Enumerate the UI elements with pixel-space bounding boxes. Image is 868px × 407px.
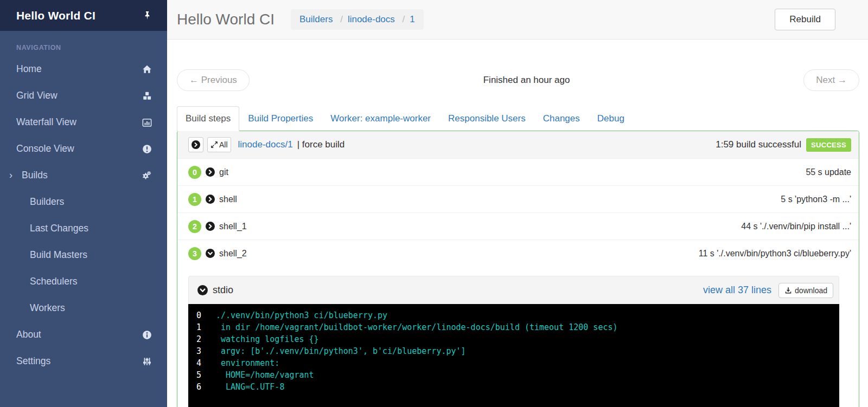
step-number-badge: 0 <box>188 166 201 179</box>
breadcrumb-link[interactable]: Builders <box>299 14 333 24</box>
step-name: shell_2 <box>219 249 247 259</box>
sliders-icon <box>142 357 152 366</box>
previous-build-button[interactable]: ← Previous <box>177 69 250 91</box>
log-line: 4 environment: <box>188 357 839 369</box>
build-summary-row: All linode-docs/1 | force build 1:59 bui… <box>177 131 859 158</box>
sidebar-item[interactable]: › Builds <box>0 162 167 189</box>
info-circle-icon <box>142 330 152 340</box>
breadcrumb-link[interactable]: linode-docs <box>348 14 395 24</box>
expand-all-label: All <box>219 140 228 149</box>
sidebar-item[interactable]: About <box>0 321 167 348</box>
view-all-lines-link[interactable]: view all 37 lines <box>703 285 771 296</box>
download-icon <box>784 287 792 294</box>
sidebar-item[interactable]: Schedulers <box>0 268 167 295</box>
tab[interactable]: Worker: example-worker <box>322 106 439 131</box>
breadcrumb-separator: / <box>403 14 405 24</box>
tab[interactable]: Build steps <box>177 106 239 131</box>
tab[interactable]: Debug <box>589 106 633 131</box>
sidebar-item[interactable]: Home <box>0 56 167 82</box>
log-line-text: watching logfiles {} <box>216 333 319 345</box>
sidebar-item-label: Waterfall View <box>16 117 76 128</box>
sidebar-item[interactable]: Build Masters <box>0 242 167 268</box>
step-name: shell_1 <box>219 222 247 231</box>
pin-icon[interactable] <box>143 11 152 20</box>
expand-all-button[interactable]: All <box>207 137 231 152</box>
log-line: 2 watching logfiles {} <box>188 333 839 345</box>
caret-right-circle-icon <box>206 195 215 204</box>
tab[interactable]: Responsible Users <box>439 106 534 131</box>
log-line-number: 0 <box>196 309 209 321</box>
sidebar-item[interactable]: Grid View <box>0 82 167 109</box>
sidebar-item[interactable]: Builders <box>0 189 167 215</box>
sidebar-item-label: Last Changes <box>30 223 88 234</box>
log-title: stdio <box>213 285 233 296</box>
step-duration-command: 44 s './.venv/bin/pip install ...' <box>741 222 851 231</box>
sidebar-item[interactable]: Last Changes <box>0 215 167 242</box>
stdio-header: stdio view all 37 lines download <box>188 276 839 304</box>
build-content: ← Previous Finished an hour ago Next → B… <box>167 40 868 407</box>
next-build-button[interactable]: Next → <box>803 69 859 91</box>
caret-right-circle-icon <box>206 167 215 177</box>
sidebar-item[interactable]: Console View <box>0 135 167 162</box>
build-link[interactable]: linode-docs/1 <box>238 139 293 150</box>
breadcrumb-item: linode-docs / <box>348 14 410 25</box>
sidebar-item-label: Console View <box>16 143 74 154</box>
sidebar-item[interactable]: Waterfall View <box>0 109 167 135</box>
page-title: Hello World CI <box>177 11 275 28</box>
sidebar: Hello World CI NAVIGATION Home Grid View <box>0 0 167 407</box>
home-icon <box>142 64 152 74</box>
build-reason: | force build <box>297 139 345 150</box>
log-line: 1 in dir /home/vagrant/buildbot-worker/w… <box>188 321 839 333</box>
caret-right-circle-icon <box>206 222 215 231</box>
log-line: 6 LANG=C.UTF-8 <box>188 381 839 393</box>
tab[interactable]: Changes <box>534 106 589 131</box>
sidebar-item-label: Grid View <box>16 90 58 101</box>
sidebar-nav: Home Grid View Waterfall View <box>0 56 167 374</box>
status-badge: SUCCESS <box>806 138 851 152</box>
sidebar-item-label: Builds <box>22 170 48 181</box>
build-step-row[interactable]: 0 git 55 s update <box>177 158 859 185</box>
sidebar-item-label: Settings <box>16 356 50 367</box>
step-duration-command: 11 s './.venv/bin/python3 ci/blueberry.p… <box>699 249 851 259</box>
build-steps-panel: All linode-docs/1 | force build 1:59 bui… <box>177 131 859 407</box>
step-duration-command: 55 s update <box>806 167 851 177</box>
tab[interactable]: Build Properties <box>239 106 322 131</box>
build-tabs: Build steps Build Properties Worker: exa… <box>177 106 859 131</box>
step-number-badge: 3 <box>188 247 201 260</box>
step-name: shell <box>219 195 237 204</box>
breadcrumb: Builders / linode-docs / 1 / <box>291 9 424 30</box>
stdio-actions: view all 37 lines download <box>703 283 833 298</box>
step-number-badge: 1 <box>188 193 201 206</box>
sidebar-item-label: Build Masters <box>30 249 87 261</box>
nav-section-label: NAVIGATION <box>0 31 167 56</box>
build-duration-summary: 1:59 build successful <box>716 139 801 150</box>
expand-all-icon <box>210 141 218 148</box>
log-line-number: 5 <box>196 369 209 381</box>
download-button[interactable]: download <box>778 283 833 298</box>
build-step-row[interactable]: 1 shell 5 s 'python3 -m ...' <box>177 185 859 212</box>
cubes-icon <box>142 91 152 101</box>
stdio-terminal[interactable]: 0 ./.venv/bin/python3 ci/blueberry.py 1 … <box>188 304 839 407</box>
sidebar-item-label: Schedulers <box>30 276 78 287</box>
log-line-number: 6 <box>196 381 209 393</box>
stdio-log-card: stdio view all 37 lines download <box>188 276 839 407</box>
main-area: Hello World CI Builders / linode-docs / … <box>167 0 868 407</box>
build-step-row[interactable]: 3 shell_2 11 s './.venv/bin/python3 ci/b… <box>177 240 859 267</box>
bar-chart-icon <box>142 118 152 127</box>
breadcrumb-item: 1 / <box>410 14 414 25</box>
breadcrumb-link[interactable]: 1 <box>410 14 414 24</box>
caret-down-circle-icon[interactable] <box>197 285 208 295</box>
log-line: 3 argv: [b'./.venv/bin/python3', b'ci/bl… <box>188 345 839 357</box>
expand-chevron-icon: › <box>9 170 12 181</box>
app-title: Hello World CI <box>16 9 95 22</box>
breadcrumb-item: Builders / <box>299 14 348 25</box>
build-step-row[interactable]: 2 shell_1 44 s './.venv/bin/pip install … <box>177 212 859 240</box>
sidebar-item[interactable]: Settings <box>0 348 167 374</box>
step-name: git <box>219 167 228 177</box>
log-line-text: in dir /home/vagrant/buildbot-worker/wor… <box>216 321 618 333</box>
rebuild-button[interactable]: Rebuild <box>775 9 835 30</box>
log-line-number: 3 <box>196 345 209 357</box>
collapse-steps-button[interactable] <box>188 137 203 152</box>
step-list: 0 git 55 s update 1 shell 5 s 'python3 -… <box>177 158 859 267</box>
sidebar-item[interactable]: Workers <box>0 295 167 321</box>
